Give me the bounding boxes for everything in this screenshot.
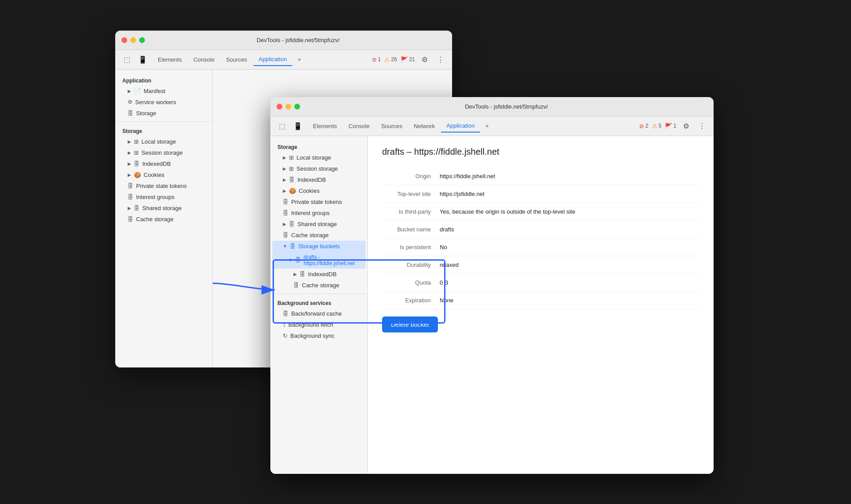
- back-shared-storage-icon: 🗄: [134, 205, 140, 211]
- back-tab-console[interactable]: Console: [188, 54, 220, 66]
- front-label-origin: Origin: [382, 168, 440, 185]
- back-sidebar-cache-storage[interactable]: 🗄 Cache storage: [117, 214, 211, 225]
- front-row-thirdparty: Is third-party Yes, because the origin i…: [382, 203, 699, 220]
- front-sidebar-bucket-cache-storage[interactable]: 🗄 Cache storage: [272, 280, 366, 291]
- front-tab-sources[interactable]: Sources: [376, 120, 408, 132]
- back-storage-icon: 🗄: [128, 110, 133, 117]
- back-manifest-chevron: [128, 89, 131, 94]
- front-tab-elements[interactable]: Elements: [308, 120, 342, 132]
- front-cache-storage-icon: 🗄: [283, 232, 289, 238]
- front-sidebar-bg-sync[interactable]: ↻ Background sync: [272, 330, 366, 341]
- back-sidebar-private-state-tokens[interactable]: 🗄 Private state tokens: [117, 180, 211, 191]
- front-sidebar-back-forward[interactable]: 🗄 Back/forward cache: [272, 308, 366, 319]
- back-sidebar-interest-groups[interactable]: 🗄 Interest groups: [117, 191, 211, 203]
- back-warn-icon: ⚠: [384, 56, 390, 63]
- front-sidebar-interest-groups[interactable]: 🗄 Interest groups: [272, 207, 366, 219]
- back-local-storage-icon: ⊞: [134, 138, 139, 145]
- back-titlebar: DevTools - jsfiddle.net/5tmpfuzv/: [115, 31, 452, 50]
- front-label-toplevel: Top-level site: [382, 185, 440, 203]
- front-value-toplevel: https://jsfiddle.net: [440, 185, 699, 203]
- front-maximize-button[interactable]: [294, 104, 300, 109]
- back-toolbar-tabs: Elements Console Sources Application »: [152, 53, 368, 66]
- front-content: Storage ⊞ Local storage ⊞ Session storag…: [270, 136, 714, 474]
- back-maximize-button[interactable]: [139, 37, 145, 43]
- front-label-quota: Quota: [382, 273, 440, 291]
- front-sidebar-session-storage[interactable]: ⊞ Session storage: [272, 163, 366, 174]
- front-sidebar-indexeddb[interactable]: 🗄 IndexedDB: [272, 174, 366, 185]
- front-bucket-indexeddb-icon: 🗄: [300, 271, 305, 277]
- front-traffic-lights: [277, 104, 300, 109]
- front-minimize-button[interactable]: [285, 104, 291, 109]
- front-sidebar-local-storage[interactable]: ⊞ Local storage: [272, 152, 366, 163]
- front-sidebar-private-state-tokens[interactable]: 🗄 Private state tokens: [272, 196, 366, 207]
- front-tab-network[interactable]: Network: [409, 120, 441, 132]
- front-more-icon[interactable]: ⋮: [696, 120, 708, 132]
- back-error-badge: ⊘ 1: [372, 56, 381, 63]
- back-device-icon[interactable]: 📱: [137, 53, 149, 66]
- front-sidebar-shared-storage[interactable]: 🗄 Shared storage: [272, 219, 366, 230]
- front-drafts-icon: 🗄: [295, 257, 301, 263]
- front-sidebar-drafts[interactable]: 🗄 drafts - https://fiddle.jshell.net: [272, 252, 366, 269]
- front-info-badge: 🚩 1: [665, 123, 676, 129]
- front-sidebar-storage-buckets[interactable]: 🗄 Storage buckets: [272, 241, 366, 252]
- front-value-quota: 0 B: [440, 273, 699, 291]
- back-more-icon[interactable]: ⋮: [434, 53, 447, 66]
- back-close-button[interactable]: [121, 37, 127, 43]
- front-close-button[interactable]: [277, 104, 282, 109]
- front-storage-buckets-icon: 🗄: [290, 243, 296, 250]
- front-tab-console[interactable]: Console: [343, 120, 375, 132]
- back-sidebar-shared-storage[interactable]: 🗄 Shared storage: [117, 203, 211, 214]
- back-divider-1: [115, 121, 212, 122]
- front-toolbar-tabs: Elements Console Sources Network Applica…: [308, 120, 636, 133]
- front-tab-application[interactable]: Application: [441, 120, 480, 133]
- front-settings-icon[interactable]: ⚙: [680, 120, 692, 132]
- front-cookies-chevron: [283, 188, 286, 193]
- back-minimize-button[interactable]: [130, 37, 136, 43]
- front-indexeddb-icon: 🗄: [289, 176, 295, 183]
- back-section-storage: Storage: [115, 125, 212, 136]
- front-sidebar-cache-storage[interactable]: 🗄 Cache storage: [272, 230, 366, 241]
- front-device-icon[interactable]: 📱: [292, 120, 304, 132]
- front-label-expiration: Expiration: [382, 291, 440, 309]
- front-more-tabs-icon[interactable]: »: [481, 120, 493, 132]
- front-sidebar-bg-fetch[interactable]: ↕ Background fetch: [272, 319, 366, 330]
- back-private-state-icon: 🗄: [128, 183, 133, 189]
- back-sidebar-cookies[interactable]: 🍪 Cookies: [117, 169, 211, 180]
- back-session-storage-icon: ⊞: [134, 149, 139, 156]
- front-label-thirdparty: Is third-party: [382, 203, 440, 220]
- back-sidebar: Application 📄 Manifest ⚙ Service workers…: [115, 70, 213, 367]
- back-sidebar-session-storage[interactable]: ⊞ Session storage: [117, 147, 211, 158]
- delete-bucket-button[interactable]: Delete bucket: [382, 316, 438, 332]
- back-sidebar-storage[interactable]: 🗄 Storage: [117, 108, 211, 119]
- back-more-tabs-icon[interactable]: »: [293, 53, 305, 66]
- back-indexeddb-chevron: [128, 161, 131, 166]
- back-shared-storage-chevron: [128, 206, 131, 211]
- back-sidebar-local-storage[interactable]: ⊞ Local storage: [117, 136, 211, 147]
- back-traffic-lights: [121, 37, 145, 43]
- back-sidebar-manifest[interactable]: 📄 Manifest: [117, 86, 211, 97]
- back-sidebar-service-workers[interactable]: ⚙ Service workers: [117, 97, 211, 108]
- front-error-badge: ⊘ 2: [639, 123, 648, 129]
- back-cookies-chevron: [128, 172, 131, 177]
- front-section-storage: Storage: [270, 141, 367, 152]
- back-sidebar-indexeddb[interactable]: 🗄 IndexedDB: [117, 158, 211, 169]
- back-tab-application[interactable]: Application: [254, 53, 293, 66]
- front-row-toplevel: Top-level site https://jsfiddle.net: [382, 185, 699, 203]
- back-tab-elements[interactable]: Elements: [152, 54, 187, 66]
- front-bg-fetch-icon: ↕: [283, 321, 286, 328]
- front-devtools-window: DevTools - jsfiddle.net/5tmpfuzv/ ⬚ 📱 El…: [270, 97, 714, 474]
- front-value-thirdparty: Yes, because the origin is outside of th…: [440, 203, 699, 220]
- front-row-durability: Durability relaxed: [382, 256, 699, 273]
- front-sidebar-cookies[interactable]: 🍪 Cookies: [272, 185, 366, 196]
- front-interest-groups-icon: 🗄: [283, 210, 289, 216]
- front-sidebar-bucket-indexeddb[interactable]: 🗄 IndexedDB: [272, 269, 366, 280]
- front-select-icon[interactable]: ⬚: [276, 120, 288, 132]
- back-tab-sources[interactable]: Sources: [221, 54, 253, 66]
- back-toolbar: ⬚ 📱 Elements Console Sources Application…: [115, 50, 452, 70]
- back-settings-icon[interactable]: ⚙: [418, 53, 431, 66]
- front-row-quota: Quota 0 B: [382, 273, 699, 291]
- front-label-durability: Durability: [382, 256, 440, 273]
- back-select-icon[interactable]: ⬚: [121, 53, 133, 66]
- front-info-table: Origin https://fiddle.jshell.net Top-lev…: [382, 168, 699, 309]
- front-divider-1: [270, 293, 367, 294]
